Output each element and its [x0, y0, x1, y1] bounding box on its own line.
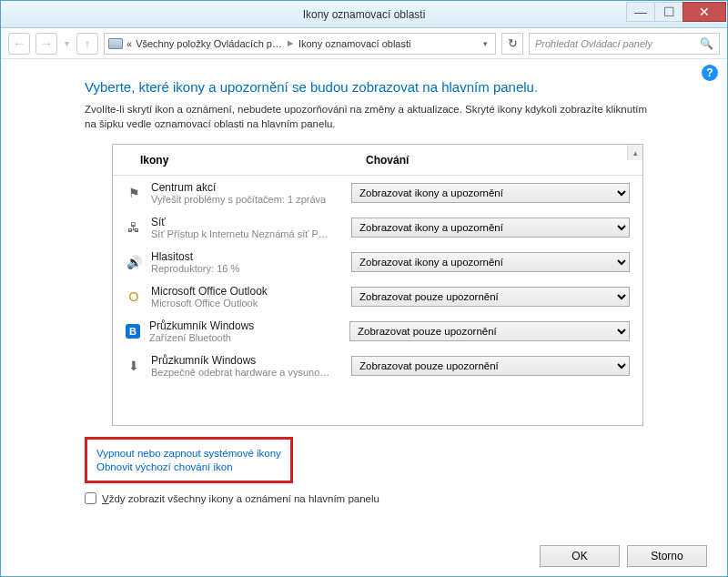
scroll-up-button[interactable]: ▴ — [627, 145, 642, 160]
always-show-row: Vždy zobrazit všechny ikony a oznámení n… — [85, 492, 707, 504]
control-panel-icon — [108, 38, 123, 49]
item-title: Síť — [151, 216, 342, 228]
behavior-select[interactable]: Zobrazovat ikony a upozorněníZobrazovat … — [351, 356, 630, 376]
item-title: Microsoft Office Outlook — [151, 285, 342, 298]
navbar: ← → ▾ ↑ « Všechny položky Ovládacích p… … — [1, 28, 727, 59]
item-title: Centrum akcí — [151, 181, 342, 194]
forward-button[interactable]: → — [35, 33, 57, 55]
item-icon: O — [126, 288, 142, 305]
behavior-select[interactable]: Zobrazovat ikony a upozorněníZobrazovat … — [349, 321, 630, 341]
behavior-select[interactable]: Zobrazovat ikony a upozorněníZobrazovat … — [351, 218, 630, 238]
item-text: Průzkumník WindowsZařízení Bluetooth — [149, 319, 340, 343]
item-text: HlasitostReproduktory: 16 % — [151, 250, 342, 274]
breadcrumb-2[interactable]: Ikony oznamovací oblasti — [298, 38, 411, 49]
list-body[interactable]: ⚑Centrum akcíVyřešit problémy s počítače… — [113, 176, 642, 425]
list-item: 🔊HlasitostReproduktory: 16 %Zobrazovat i… — [113, 245, 642, 279]
breadcrumb-prefix: « — [126, 38, 132, 49]
search-icon: 🔍 — [700, 37, 713, 50]
item-select-wrap: Zobrazovat ikony a upozorněníZobrazovat … — [351, 287, 630, 307]
titlebar-buttons: — ☐ ✕ — [627, 2, 726, 22]
search-input[interactable]: Prohledat Ovládací panely 🔍 — [529, 33, 720, 55]
list-item: ⚑Centrum akcíVyřešit problémy s počítače… — [113, 176, 642, 210]
item-subtitle: Vyřešit problémy s počítačem: 1 zpráva — [151, 194, 342, 205]
search-placeholder: Prohledat Ovládací panely — [535, 38, 652, 49]
always-show-checkbox[interactable] — [85, 492, 96, 504]
item-title: Průzkumník Windows — [149, 319, 340, 332]
refresh-button[interactable]: ↻ — [501, 33, 523, 55]
column-behavior: Chování — [366, 154, 409, 167]
item-text: Microsoft Office OutlookMicrosoft Office… — [151, 285, 342, 309]
item-subtitle: Bezpečně odebrat hardware a vysuno… — [151, 367, 342, 378]
maximize-button[interactable]: ☐ — [654, 2, 683, 22]
window-title: Ikony oznamovací oblasti — [1, 8, 727, 21]
address-dropdown[interactable]: ▾ — [483, 39, 491, 48]
column-icons: Ikony — [140, 154, 366, 167]
item-select-wrap: Zobrazovat ikony a upozorněníZobrazovat … — [349, 321, 630, 341]
cancel-button[interactable]: Storno — [627, 545, 707, 567]
item-subtitle: Zařízení Bluetooth — [149, 332, 340, 343]
item-icon: 🔊 — [126, 254, 142, 270]
list-item: ⬇Průzkumník WindowsBezpečně odebrat hard… — [113, 349, 642, 383]
item-text: SíťSíť Přístup k Internetu Neznámá síť P… — [151, 216, 342, 239]
history-dropdown[interactable]: ▾ — [63, 38, 71, 48]
item-icon: ⚑ — [126, 185, 142, 201]
close-button[interactable]: ✕ — [682, 2, 726, 22]
back-button[interactable]: ← — [8, 33, 30, 55]
item-icon: ⬇ — [126, 358, 142, 374]
item-icon: B — [126, 324, 140, 339]
chevron-right-icon: ▶ — [286, 39, 295, 47]
titlebar: Ikony oznamovací oblasti — ☐ ✕ — [1, 1, 727, 28]
dialog-buttons: OK Storno — [540, 545, 707, 567]
behavior-select[interactable]: Zobrazovat ikony a upozorněníZobrazovat … — [351, 183, 630, 203]
help-icon[interactable]: ? — [702, 65, 718, 81]
behavior-select[interactable]: Zobrazovat ikony a upozorněníZobrazovat … — [351, 252, 630, 272]
item-subtitle: Reproduktory: 16 % — [151, 263, 342, 274]
item-text: Průzkumník WindowsBezpečně odebrat hardw… — [151, 354, 342, 378]
minimize-button[interactable]: — — [626, 2, 655, 22]
item-subtitle: Síť Přístup k Internetu Neznámá síť P… — [151, 228, 342, 239]
item-text: Centrum akcíVyřešit problémy s počítačem… — [151, 181, 342, 205]
item-icon: 🖧 — [126, 219, 142, 236]
list-header: Ikony Chování — [113, 145, 642, 176]
ok-button[interactable]: OK — [540, 545, 620, 567]
item-select-wrap: Zobrazovat ikony a upozorněníZobrazovat … — [351, 356, 630, 376]
item-title: Průzkumník Windows — [151, 354, 342, 367]
breadcrumb-1[interactable]: Všechny položky Ovládacích p… — [136, 38, 282, 49]
item-title: Hlasitost — [151, 250, 342, 263]
link-restore-defaults[interactable]: Obnovit výchozí chování ikon — [96, 461, 281, 472]
up-button[interactable]: ↑ — [76, 33, 98, 55]
item-select-wrap: Zobrazovat ikony a upozorněníZobrazovat … — [351, 183, 630, 203]
item-select-wrap: Zobrazovat ikony a upozorněníZobrazovat … — [351, 252, 630, 272]
item-subtitle: Microsoft Office Outlook — [151, 298, 342, 309]
list-item: 🖧SíťSíť Přístup k Internetu Neznámá síť … — [113, 210, 642, 245]
page-heading: Vyberte, které ikony a upozornění se bud… — [85, 79, 662, 95]
content: ? Vyberte, které ikony a upozornění se b… — [1, 59, 727, 577]
page-description: Zvolíte-li skrytí ikon a oznámení, nebud… — [85, 102, 662, 131]
list-item: BPrůzkumník WindowsZařízení BluetoothZob… — [113, 314, 642, 349]
behavior-select[interactable]: Zobrazovat ikony a upozorněníZobrazovat … — [351, 287, 630, 307]
address-bar[interactable]: « Všechny položky Ovládacích p… ▶ Ikony … — [104, 33, 496, 55]
links-highlight-box: Vypnout nebo zapnout systémové ikony Obn… — [85, 437, 293, 483]
link-toggle-system-icons[interactable]: Vypnout nebo zapnout systémové ikony — [96, 448, 281, 459]
icon-list: ▴ Ikony Chování ⚑Centrum akcíVyřešit pro… — [112, 144, 643, 426]
list-item: OMicrosoft Office OutlookMicrosoft Offic… — [113, 279, 642, 314]
always-show-label[interactable]: Vždy zobrazit všechny ikony a oznámení n… — [102, 493, 379, 504]
item-select-wrap: Zobrazovat ikony a upozorněníZobrazovat … — [351, 218, 630, 238]
